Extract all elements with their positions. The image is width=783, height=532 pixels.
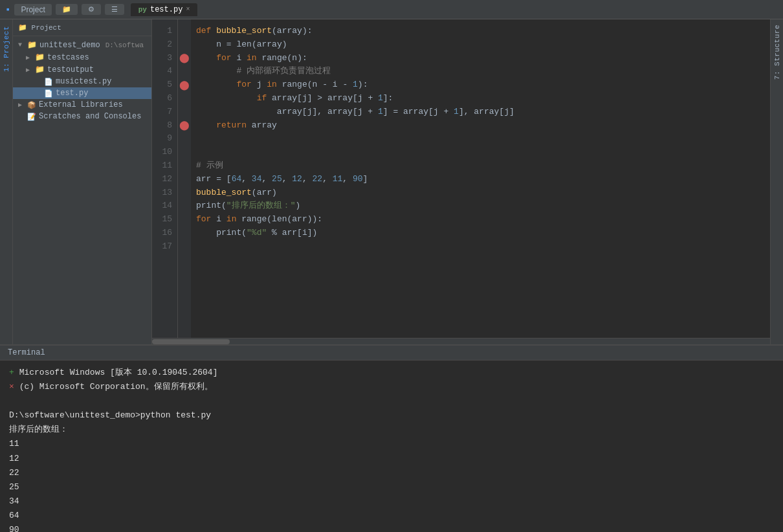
ln-3: 3 — [157, 52, 172, 65]
ln-10: 10 — [157, 146, 172, 159]
sidebar-item-testpy[interactable]: 📄 test.py — [13, 87, 151, 99]
term-line-64: 64 — [9, 509, 774, 523]
lib-icon-extlibs: 📦 — [27, 101, 36, 109]
sidebar-label-testcases: testcases — [47, 53, 89, 62]
term-line-empty — [9, 394, 774, 408]
toolbar-btn-2[interactable]: ⚙ — [82, 4, 101, 15]
sidebar: 📁 Project 📁 unittest_demo D:\softwa 📁 te… — [13, 19, 152, 344]
term-line-11: 11 — [9, 437, 774, 451]
term-line-cmd: D:\software\unittest_demo>python test.py — [9, 408, 774, 423]
gutter-8: ⬤ — [178, 119, 191, 133]
term-output-label: 排序后的数组： — [9, 425, 68, 434]
toolbar-btn-3[interactable]: ☰ — [105, 4, 124, 15]
code-container[interactable]: 1 2 3 4 5 6 7 8 9 10 11 12 13 14 15 16 1… — [152, 19, 770, 338]
gutter-3: ⬤ — [178, 52, 191, 65]
term-line-label: 排序后的数组： — [9, 423, 774, 437]
term-line-12: 12 — [9, 452, 774, 466]
code-editor[interactable]: def bubble_sort(array): n = len(array) f… — [191, 19, 770, 338]
sidebar-label-scratches: Scratches and Consoles — [39, 112, 141, 121]
term-val-22: 22 — [9, 468, 19, 478]
py-icon-testpy: 📄 — [44, 89, 53, 98]
gutter-2 — [178, 38, 191, 52]
term-val-11: 11 — [9, 439, 19, 449]
project-button[interactable]: Project — [14, 4, 51, 16]
gutter-15 — [178, 213, 191, 227]
structure-tab-label[interactable]: 7: Structure — [773, 25, 781, 80]
tab-py-icon: py — [138, 6, 147, 14]
arrow-testcases — [26, 54, 32, 61]
folder-icon-root: 📁 — [27, 40, 37, 50]
gutter-14 — [178, 199, 191, 213]
term-line-22: 22 — [9, 466, 774, 480]
term-val-34: 34 — [9, 496, 19, 506]
main-area: 1: Project 📁 Project 📁 unittest_demo D:\… — [0, 19, 783, 344]
sidebar-item-root[interactable]: 📁 unittest_demo D:\softwa — [13, 39, 151, 51]
terminal-label: Terminal — [8, 348, 45, 357]
folder-icon-testcases: 📁 — [35, 52, 45, 62]
term-val-25: 25 — [9, 482, 19, 492]
gutter-1 — [178, 25, 191, 38]
tab-close-btn[interactable]: × — [186, 6, 190, 13]
tab-test-py[interactable]: py test.py × — [131, 3, 198, 16]
term-val-12: 12 — [9, 454, 19, 463]
ln-14: 14 — [157, 199, 172, 213]
project-tab-vertical[interactable]: 1: Project — [1, 19, 12, 78]
ln-8: 8 — [157, 119, 172, 133]
sidebar-item-musictest[interactable]: 📄 musictest.py — [13, 76, 151, 87]
term-val-90: 90 — [9, 525, 19, 532]
gutter-17 — [178, 240, 191, 254]
scratch-icon: 📝 — [27, 113, 36, 121]
term-copyright-text: (c) Microsoft Corporation。保留所有权利。 — [19, 382, 213, 392]
gutter-4 — [178, 65, 191, 78]
terminal-panel: Terminal + Microsoft Windows [版本 10.0.19… — [0, 344, 783, 532]
folder-icon-testoutput: 📁 — [35, 65, 45, 74]
ln-2: 2 — [157, 38, 172, 52]
arrow-extlibs — [18, 101, 25, 109]
gutter-10 — [178, 146, 191, 159]
toolbar-btn-1[interactable]: 📁 — [56, 4, 78, 15]
h-scrollbar[interactable] — [152, 338, 770, 344]
ln-11: 11 — [157, 159, 172, 173]
structure-tab: 7: Structure — [770, 19, 783, 344]
left-tabs: 1: Project — [0, 19, 13, 344]
sidebar-item-scratches[interactable]: 📝 Scratches and Consoles — [13, 111, 151, 122]
arrow-testoutput — [26, 66, 32, 74]
ln-6: 6 — [157, 92, 172, 105]
ln-13: 13 — [157, 186, 172, 200]
sidebar-label-testoutput: testoutput — [47, 65, 94, 74]
sidebar-header: 📁 Project — [13, 19, 151, 36]
ln-17: 17 — [157, 240, 172, 254]
term-x-icon: × — [9, 382, 14, 392]
term-val-64: 64 — [9, 511, 19, 520]
ln-4: 4 — [157, 65, 172, 78]
gutter-5: ⬤ — [178, 78, 191, 92]
ln-16: 16 — [157, 227, 172, 240]
sidebar-item-testoutput[interactable]: 📁 testoutput — [13, 63, 151, 76]
sidebar-label-extlibs: External Libraries — [39, 100, 123, 109]
gutter-13 — [178, 186, 191, 200]
term-cmd-text: D:\software\unittest_demo>python test.py — [9, 410, 211, 420]
terminal-header: Terminal — [0, 346, 783, 360]
app-icon: ▪ — [5, 5, 10, 15]
term-line-2: × (c) Microsoft Corporation。保留所有权利。 — [9, 380, 774, 394]
py-icon-musictest: 📄 — [44, 78, 53, 86]
sidebar-item-testcases[interactable]: 📁 testcases — [13, 51, 151, 63]
ln-7: 7 — [157, 105, 172, 119]
gutter-16 — [178, 227, 191, 240]
ln-1: 1 — [157, 25, 172, 38]
title-bar: ▪ Project 📁 ⚙ ☰ py test.py × — [0, 0, 783, 19]
tab-bar: py test.py × — [131, 3, 198, 16]
h-scrollbar-thumb[interactable] — [152, 339, 230, 344]
arrow-root — [18, 41, 25, 49]
sidebar-label-testpy: test.py — [56, 89, 88, 98]
ln-5: 5 — [157, 78, 172, 92]
term-plus-icon: + — [9, 368, 14, 377]
term-line-34: 34 — [9, 494, 774, 509]
title-bar-left: ▪ Project 📁 ⚙ ☰ — [5, 4, 124, 16]
term-line-1: + Microsoft Windows [版本 10.0.19045.2604] — [9, 366, 774, 380]
sidebar-item-extlibs[interactable]: 📦 External Libraries — [13, 99, 151, 111]
ln-12: 12 — [157, 173, 172, 186]
gutter-11 — [178, 159, 191, 173]
line-numbers: 1 2 3 4 5 6 7 8 9 10 11 12 13 14 15 16 1… — [152, 19, 178, 338]
terminal-content[interactable]: + Microsoft Windows [版本 10.0.19045.2604]… — [0, 360, 783, 532]
